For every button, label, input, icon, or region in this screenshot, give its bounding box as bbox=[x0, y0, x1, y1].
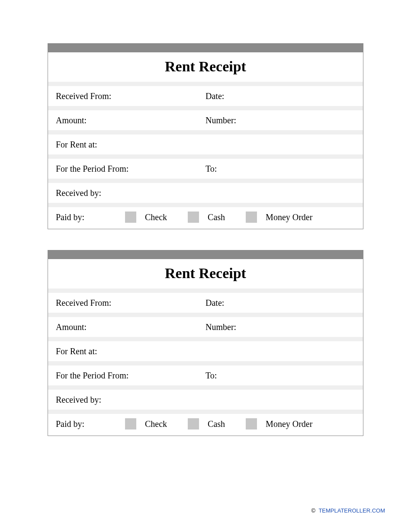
row-received-by: Received by: bbox=[48, 183, 363, 203]
rent-receipt: Rent Receipt Received From: Date: Amount… bbox=[48, 250, 363, 436]
for-rent-at-label: For Rent at: bbox=[56, 140, 206, 150]
paid-by-label: Paid by: bbox=[56, 419, 125, 429]
option-label: Cash bbox=[208, 419, 225, 429]
checkbox-icon[interactable] bbox=[246, 212, 257, 223]
period-from-label: For the Period From: bbox=[56, 371, 206, 381]
row-paid-by: Paid by: Check Cash Money Order bbox=[48, 414, 363, 436]
checkbox-icon[interactable] bbox=[125, 418, 136, 429]
receipt-title: Rent Receipt bbox=[48, 265, 363, 282]
row-for-rent-at: For Rent at: bbox=[48, 135, 363, 154]
footer-attribution: © TEMPLATEROLLER.COM bbox=[311, 507, 385, 514]
receipt-title-row: Rent Receipt bbox=[48, 52, 363, 82]
row-amount: Amount: Number: bbox=[48, 110, 363, 130]
row-divider bbox=[48, 130, 363, 135]
for-rent-at-label: For Rent at: bbox=[56, 346, 206, 356]
received-from-label: Received From: bbox=[56, 91, 206, 101]
paid-option-cash[interactable]: Cash bbox=[188, 212, 225, 223]
row-divider bbox=[48, 106, 363, 110]
period-from-label: For the Period From: bbox=[56, 164, 206, 174]
row-divider bbox=[48, 288, 363, 293]
row-amount: Amount: Number: bbox=[48, 317, 363, 337]
row-divider bbox=[48, 337, 363, 341]
row-divider bbox=[48, 179, 363, 183]
receipt-top-bar bbox=[48, 250, 363, 259]
row-period: For the Period From: To: bbox=[48, 365, 363, 385]
footer-link[interactable]: TEMPLATEROLLER.COM bbox=[318, 507, 385, 514]
receipt-title: Rent Receipt bbox=[48, 58, 363, 75]
row-received-by: Received by: bbox=[48, 390, 363, 410]
copyright-symbol: © bbox=[311, 507, 315, 514]
option-label: Cash bbox=[208, 212, 225, 222]
paid-option-cash[interactable]: Cash bbox=[188, 418, 225, 429]
paid-option-money-order[interactable]: Money Order bbox=[246, 418, 312, 429]
paid-option-check[interactable]: Check bbox=[125, 418, 167, 429]
received-from-label: Received From: bbox=[56, 298, 206, 308]
paid-by-label: Paid by: bbox=[56, 212, 125, 222]
amount-label: Amount: bbox=[56, 115, 206, 125]
amount-label: Amount: bbox=[56, 322, 206, 332]
checkbox-icon[interactable] bbox=[188, 418, 199, 429]
row-paid-by: Paid by: Check Cash Money Order bbox=[48, 207, 363, 229]
row-divider bbox=[48, 313, 363, 317]
number-label: Number: bbox=[206, 322, 355, 332]
checkbox-icon[interactable] bbox=[188, 212, 199, 223]
period-to-label: To: bbox=[206, 164, 355, 174]
period-to-label: To: bbox=[206, 371, 355, 381]
date-label: Date: bbox=[206, 298, 355, 308]
row-divider bbox=[48, 82, 363, 86]
row-divider bbox=[48, 361, 363, 365]
paid-option-check[interactable]: Check bbox=[125, 212, 167, 223]
row-divider bbox=[48, 410, 363, 414]
row-divider bbox=[48, 154, 363, 159]
rent-receipt: Rent Receipt Received From: Date: Amount… bbox=[48, 43, 363, 229]
received-by-label: Received by: bbox=[56, 395, 206, 405]
date-label: Date: bbox=[206, 91, 355, 101]
option-label: Check bbox=[145, 212, 167, 222]
number-label: Number: bbox=[206, 115, 355, 125]
row-period: For the Period From: To: bbox=[48, 159, 363, 179]
checkbox-icon[interactable] bbox=[125, 212, 136, 223]
option-label: Money Order bbox=[266, 212, 312, 222]
received-by-label: Received by: bbox=[56, 188, 206, 198]
receipt-title-row: Rent Receipt bbox=[48, 259, 363, 288]
option-label: Money Order bbox=[266, 419, 312, 429]
row-received-from: Received From: Date: bbox=[48, 86, 363, 106]
receipt-top-bar bbox=[48, 44, 363, 52]
row-received-from: Received From: Date: bbox=[48, 293, 363, 313]
checkbox-icon[interactable] bbox=[246, 418, 257, 429]
option-label: Check bbox=[145, 419, 167, 429]
row-divider bbox=[48, 385, 363, 390]
row-for-rent-at: For Rent at: bbox=[48, 341, 363, 361]
row-divider bbox=[48, 203, 363, 207]
paid-option-money-order[interactable]: Money Order bbox=[246, 212, 312, 223]
